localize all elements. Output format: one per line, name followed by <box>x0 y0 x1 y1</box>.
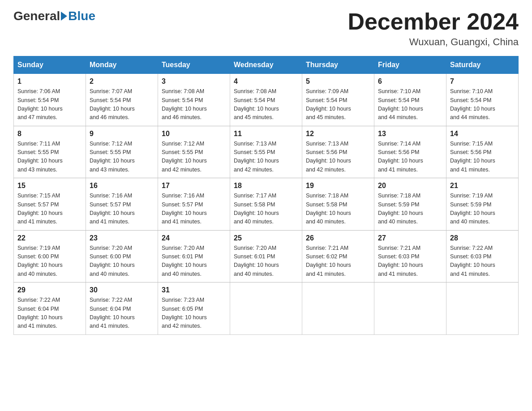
day-number: 4 <box>234 77 298 86</box>
week-row-5: 29Sunrise: 7:22 AMSunset: 6:04 PMDayligh… <box>14 283 519 335</box>
day-number: 25 <box>234 234 298 242</box>
day-number: 31 <box>162 286 226 294</box>
calendar-cell: 24Sunrise: 7:20 AMSunset: 6:01 PMDayligh… <box>158 230 230 283</box>
calendar-cell: 13Sunrise: 7:14 AMSunset: 5:56 PMDayligh… <box>374 126 446 178</box>
calendar-cell: 28Sunrise: 7:22 AMSunset: 6:03 PMDayligh… <box>446 230 519 283</box>
calendar-cell <box>302 283 374 335</box>
day-number: 8 <box>17 130 82 138</box>
calendar-cell: 20Sunrise: 7:18 AMSunset: 5:59 PMDayligh… <box>374 178 446 231</box>
day-number: 13 <box>378 130 442 138</box>
day-info: Sunrise: 7:22 AMSunset: 6:04 PMDaylight:… <box>17 296 82 331</box>
week-row-2: 8Sunrise: 7:11 AMSunset: 5:55 PMDaylight… <box>14 126 519 178</box>
calendar-cell: 18Sunrise: 7:17 AMSunset: 5:58 PMDayligh… <box>230 178 302 231</box>
title-area: December 2024 Wuxuan, Guangxi, China <box>348 9 519 48</box>
calendar-cell: 19Sunrise: 7:18 AMSunset: 5:58 PMDayligh… <box>302 178 374 231</box>
day-info: Sunrise: 7:06 AMSunset: 5:54 PMDaylight:… <box>17 87 82 122</box>
calendar-cell <box>230 283 302 335</box>
day-number: 16 <box>90 182 154 190</box>
col-header-sunday: Sunday <box>14 56 86 74</box>
location-title: Wuxuan, Guangxi, China <box>348 36 519 48</box>
calendar-cell: 2Sunrise: 7:07 AMSunset: 5:54 PMDaylight… <box>86 74 158 126</box>
day-info: Sunrise: 7:12 AMSunset: 5:55 PMDaylight:… <box>90 140 154 175</box>
calendar-cell: 3Sunrise: 7:08 AMSunset: 5:54 PMDaylight… <box>158 74 230 126</box>
calendar-cell: 5Sunrise: 7:09 AMSunset: 5:54 PMDaylight… <box>302 74 374 126</box>
calendar-cell: 30Sunrise: 7:22 AMSunset: 6:04 PMDayligh… <box>86 283 158 335</box>
logo-arrow-icon <box>61 12 67 21</box>
day-info: Sunrise: 7:18 AMSunset: 5:59 PMDaylight:… <box>378 192 442 227</box>
calendar-cell <box>446 283 519 335</box>
day-info: Sunrise: 7:20 AMSunset: 6:00 PMDaylight:… <box>90 244 154 279</box>
week-row-4: 22Sunrise: 7:19 AMSunset: 6:00 PMDayligh… <box>14 230 519 283</box>
day-info: Sunrise: 7:22 AMSunset: 6:03 PMDaylight:… <box>450 244 515 279</box>
day-number: 5 <box>306 77 370 86</box>
day-info: Sunrise: 7:19 AMSunset: 5:59 PMDaylight:… <box>450 192 515 227</box>
day-info: Sunrise: 7:20 AMSunset: 6:01 PMDaylight:… <box>162 244 226 279</box>
day-info: Sunrise: 7:21 AMSunset: 6:03 PMDaylight:… <box>378 244 442 279</box>
day-info: Sunrise: 7:22 AMSunset: 6:04 PMDaylight:… <box>90 296 154 331</box>
calendar-cell <box>374 283 446 335</box>
day-number: 19 <box>306 182 370 190</box>
day-info: Sunrise: 7:12 AMSunset: 5:55 PMDaylight:… <box>162 140 226 175</box>
day-number: 30 <box>90 286 154 294</box>
calendar-cell: 15Sunrise: 7:15 AMSunset: 5:57 PMDayligh… <box>14 178 86 231</box>
day-number: 7 <box>450 77 515 86</box>
calendar-cell: 23Sunrise: 7:20 AMSunset: 6:00 PMDayligh… <box>86 230 158 283</box>
calendar-cell: 8Sunrise: 7:11 AMSunset: 5:55 PMDaylight… <box>14 126 86 178</box>
day-info: Sunrise: 7:08 AMSunset: 5:54 PMDaylight:… <box>162 87 226 122</box>
calendar-cell: 26Sunrise: 7:21 AMSunset: 6:02 PMDayligh… <box>302 230 374 283</box>
day-number: 24 <box>162 234 226 242</box>
day-number: 29 <box>17 286 82 294</box>
week-row-1: 1Sunrise: 7:06 AMSunset: 5:54 PMDaylight… <box>14 74 519 126</box>
header: General Blue December 2024 Wuxuan, Guang… <box>13 9 519 48</box>
day-info: Sunrise: 7:14 AMSunset: 5:56 PMDaylight:… <box>378 140 442 175</box>
day-number: 18 <box>234 182 298 190</box>
day-info: Sunrise: 7:15 AMSunset: 5:57 PMDaylight:… <box>17 192 82 227</box>
calendar-cell: 10Sunrise: 7:12 AMSunset: 5:55 PMDayligh… <box>158 126 230 178</box>
calendar-header-row: SundayMondayTuesdayWednesdayThursdayFrid… <box>14 56 519 74</box>
day-info: Sunrise: 7:23 AMSunset: 6:05 PMDaylight:… <box>162 296 226 331</box>
col-header-wednesday: Wednesday <box>230 56 302 74</box>
calendar-cell: 7Sunrise: 7:10 AMSunset: 5:54 PMDaylight… <box>446 74 519 126</box>
day-number: 15 <box>17 182 82 190</box>
day-info: Sunrise: 7:18 AMSunset: 5:58 PMDaylight:… <box>306 192 370 227</box>
day-info: Sunrise: 7:17 AMSunset: 5:58 PMDaylight:… <box>234 192 298 227</box>
day-number: 11 <box>234 130 298 138</box>
calendar-cell: 6Sunrise: 7:10 AMSunset: 5:54 PMDaylight… <box>374 74 446 126</box>
day-number: 23 <box>90 234 154 242</box>
day-info: Sunrise: 7:08 AMSunset: 5:54 PMDaylight:… <box>234 87 298 122</box>
day-number: 14 <box>450 130 515 138</box>
day-info: Sunrise: 7:10 AMSunset: 5:54 PMDaylight:… <box>450 87 515 122</box>
calendar-cell: 29Sunrise: 7:22 AMSunset: 6:04 PMDayligh… <box>14 283 86 335</box>
calendar-cell: 1Sunrise: 7:06 AMSunset: 5:54 PMDaylight… <box>14 74 86 126</box>
day-info: Sunrise: 7:13 AMSunset: 5:55 PMDaylight:… <box>234 140 298 175</box>
calendar-cell: 22Sunrise: 7:19 AMSunset: 6:00 PMDayligh… <box>14 230 86 283</box>
day-info: Sunrise: 7:13 AMSunset: 5:56 PMDaylight:… <box>306 140 370 175</box>
day-info: Sunrise: 7:07 AMSunset: 5:54 PMDaylight:… <box>90 87 154 122</box>
day-number: 17 <box>162 182 226 190</box>
calendar-cell: 21Sunrise: 7:19 AMSunset: 5:59 PMDayligh… <box>446 178 519 231</box>
day-info: Sunrise: 7:09 AMSunset: 5:54 PMDaylight:… <box>306 87 370 122</box>
calendar-cell: 11Sunrise: 7:13 AMSunset: 5:55 PMDayligh… <box>230 126 302 178</box>
logo-general-text: General <box>13 9 60 23</box>
col-header-tuesday: Tuesday <box>158 56 230 74</box>
calendar-cell: 14Sunrise: 7:15 AMSunset: 5:56 PMDayligh… <box>446 126 519 178</box>
col-header-saturday: Saturday <box>446 56 519 74</box>
calendar-cell: 4Sunrise: 7:08 AMSunset: 5:54 PMDaylight… <box>230 74 302 126</box>
day-number: 6 <box>378 77 442 86</box>
day-number: 20 <box>378 182 442 190</box>
day-number: 27 <box>378 234 442 242</box>
day-number: 26 <box>306 234 370 242</box>
day-info: Sunrise: 7:11 AMSunset: 5:55 PMDaylight:… <box>17 140 82 175</box>
col-header-friday: Friday <box>374 56 446 74</box>
logo: General Blue <box>13 9 95 23</box>
calendar-cell: 12Sunrise: 7:13 AMSunset: 5:56 PMDayligh… <box>302 126 374 178</box>
day-info: Sunrise: 7:15 AMSunset: 5:56 PMDaylight:… <box>450 140 515 175</box>
day-number: 22 <box>17 234 82 242</box>
day-info: Sunrise: 7:16 AMSunset: 5:57 PMDaylight:… <box>162 192 226 227</box>
calendar-cell: 31Sunrise: 7:23 AMSunset: 6:05 PMDayligh… <box>158 283 230 335</box>
col-header-thursday: Thursday <box>302 56 374 74</box>
col-header-monday: Monday <box>86 56 158 74</box>
day-info: Sunrise: 7:10 AMSunset: 5:54 PMDaylight:… <box>378 87 442 122</box>
calendar-cell: 16Sunrise: 7:16 AMSunset: 5:57 PMDayligh… <box>86 178 158 231</box>
day-number: 9 <box>90 130 154 138</box>
